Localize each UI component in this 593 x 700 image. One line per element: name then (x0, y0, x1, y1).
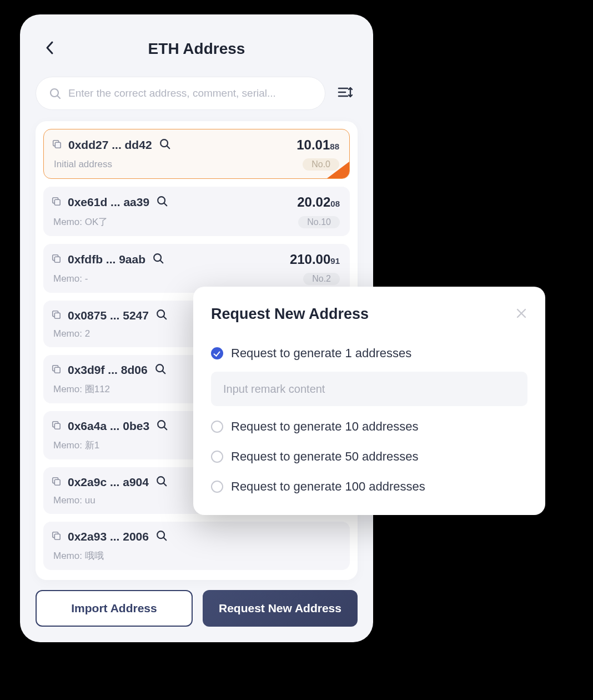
address-text: 0x2a9c ... a904 (68, 476, 149, 489)
address-card[interactable]: 0xdd27 ... dd4210.0188Initial addressNo.… (43, 129, 350, 179)
generate-option-label: Request to generate 1 addresses (231, 346, 411, 361)
search-input[interactable]: Enter the correct address, comment, seri… (36, 77, 325, 110)
import-address-button[interactable]: Import Address (36, 590, 193, 627)
sort-button[interactable] (333, 80, 358, 107)
modal-options: Request to generate 1 addressesRequest t… (211, 338, 527, 502)
address-card[interactable]: 0x2a93 ... 2006Memo: 哦哦 (43, 522, 350, 570)
modal-title: Request New Address (211, 306, 369, 323)
copy-icon[interactable] (51, 531, 61, 543)
radio-unchecked-icon (211, 451, 223, 463)
memo-text: Memo: 2 (53, 328, 90, 339)
import-address-label: Import Address (71, 602, 157, 615)
address-text: 0x0875 ... 5247 (68, 309, 149, 322)
address-card-row1: 0xfdfb ... 9aab210.0091 (51, 252, 340, 267)
page-title: ETH Address (148, 40, 245, 58)
lookup-icon[interactable] (159, 138, 171, 152)
balance: 10.0188 (296, 137, 339, 153)
svg-line-32 (164, 483, 167, 486)
lookup-icon[interactable] (154, 363, 167, 377)
address-card-row2: Memo: OK了No.10 (51, 216, 340, 228)
svg-point-0 (51, 89, 58, 97)
address-card-row2: Memo: 哦哦 (51, 549, 340, 562)
footer-buttons: Import Address Request New Address (36, 590, 358, 627)
serial-badge: No.10 (298, 216, 340, 228)
memo-text: Memo: - (53, 273, 88, 284)
copy-icon[interactable] (51, 253, 61, 266)
copy-icon[interactable] (51, 476, 61, 488)
svg-line-8 (167, 146, 169, 149)
balance-main: 210.00 (290, 252, 330, 267)
address-card-row1: 0xdd27 ... dd4210.0188 (52, 137, 339, 153)
generate-option-label: Request to generate 50 addresses (231, 449, 419, 464)
address-card-row1: 0x2a93 ... 2006 (51, 529, 340, 544)
address-card-row2: Memo: -No.2 (51, 273, 340, 285)
back-button[interactable] (44, 40, 56, 58)
svg-line-20 (164, 317, 167, 319)
request-address-modal: Request New Address Request to generate … (193, 287, 545, 515)
address-card-row2: Initial addressNo.0 (52, 158, 339, 171)
svg-line-16 (160, 261, 163, 263)
close-icon (515, 307, 527, 319)
generate-option[interactable]: Request to generate 50 addresses (211, 442, 527, 472)
generate-option-label: Request to generate 10 addresses (231, 419, 419, 434)
lookup-icon[interactable] (155, 529, 168, 544)
search-row: Enter the correct address, comment, seri… (36, 77, 358, 110)
radio-unchecked-icon (211, 481, 223, 493)
lookup-icon[interactable] (156, 419, 168, 433)
address-card[interactable]: 0xfdfb ... 9aab210.0091Memo: -No.2 (43, 244, 350, 293)
modal-close-button[interactable] (515, 307, 527, 322)
search-placeholder: Enter the correct address, comment, seri… (68, 87, 276, 99)
svg-rect-22 (54, 367, 60, 373)
svg-line-28 (164, 427, 167, 430)
sort-icon (336, 83, 354, 101)
copy-icon[interactable] (52, 139, 62, 151)
balance: 210.0091 (290, 252, 340, 267)
request-new-address-button[interactable]: Request New Address (203, 590, 358, 627)
balance-main: 10.01 (296, 137, 330, 152)
memo-text: Memo: 哦哦 (53, 549, 104, 562)
svg-rect-10 (54, 199, 60, 205)
lookup-icon[interactable] (155, 308, 168, 323)
memo-text: Initial address (54, 159, 112, 170)
svg-line-1 (58, 96, 60, 98)
address-text: 0x2a93 ... 2006 (68, 530, 149, 543)
modal-header: Request New Address (211, 306, 527, 323)
balance-sub: 08 (330, 199, 340, 208)
lookup-icon[interactable] (155, 475, 168, 489)
svg-line-12 (164, 203, 167, 206)
serial-badge: No.0 (303, 158, 339, 171)
memo-text: Memo: uu (53, 495, 96, 506)
radio-unchecked-icon (211, 421, 223, 433)
lookup-icon[interactable] (156, 195, 168, 209)
address-text: 0x3d9f ... 8d06 (68, 363, 148, 377)
svg-rect-18 (54, 313, 60, 318)
address-text: 0xe61d ... aa39 (68, 196, 149, 209)
header: ETH Address (36, 32, 358, 66)
svg-rect-30 (54, 479, 60, 485)
chevron-left-icon (44, 40, 56, 56)
request-new-address-label: Request New Address (219, 602, 341, 615)
svg-line-36 (164, 538, 167, 541)
copy-icon[interactable] (51, 364, 61, 376)
copy-icon[interactable] (51, 196, 61, 208)
generate-option[interactable]: Request to generate 100 addresses (211, 472, 527, 502)
address-text: 0xdd27 ... dd42 (68, 138, 152, 152)
lookup-icon[interactable] (152, 252, 164, 267)
generate-option[interactable]: Request to generate 1 addresses (211, 338, 527, 368)
balance: 20.0208 (297, 194, 340, 210)
memo-text: Memo: 新1 (53, 439, 99, 452)
generate-option[interactable]: Request to generate 10 addresses (211, 412, 527, 442)
copy-icon[interactable] (51, 420, 61, 432)
balance-sub: 88 (330, 142, 339, 151)
address-text: 0x6a4a ... 0be3 (68, 419, 149, 433)
svg-rect-34 (54, 534, 60, 539)
memo-text: Memo: 圈112 (53, 383, 110, 396)
svg-line-24 (162, 371, 165, 374)
remark-input[interactable] (211, 372, 527, 406)
generate-option-label: Request to generate 100 addresses (231, 479, 425, 494)
address-card[interactable]: 0xe61d ... aa3920.0208Memo: OK了No.10 (43, 187, 350, 236)
radio-checked-icon (211, 347, 223, 359)
copy-icon[interactable] (51, 309, 61, 322)
svg-rect-6 (55, 142, 61, 148)
memo-text: Memo: OK了 (53, 216, 108, 228)
